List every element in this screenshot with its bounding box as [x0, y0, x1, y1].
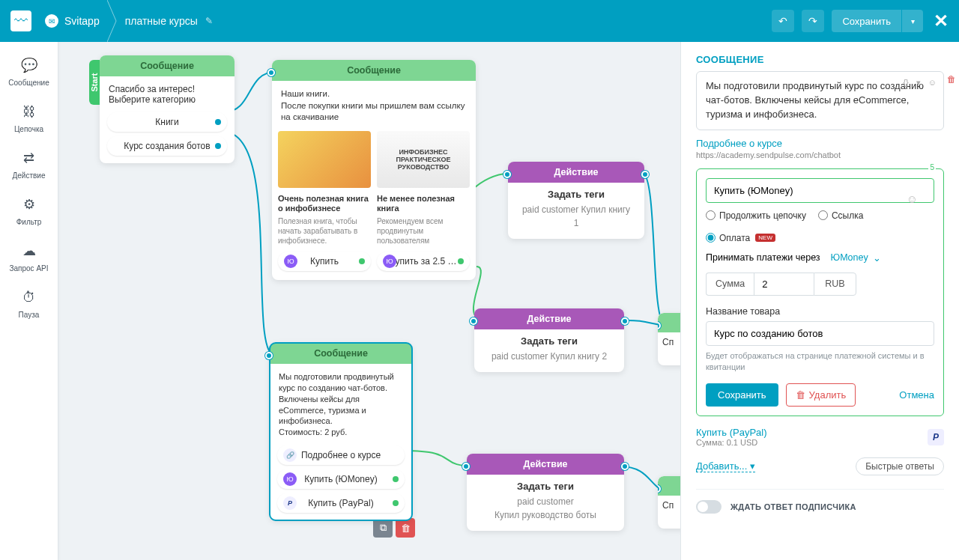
delete-node-button[interactable]: 🗑 [396, 518, 415, 538]
node-action-1[interactable]: Действие Задать теги paid customer Купил… [508, 162, 644, 239]
product-name-input[interactable] [706, 321, 934, 346]
sidebar-tool-0[interactable]: 💬Сообщение [4, 49, 53, 93]
tool-icon: ⚙ [19, 195, 39, 214]
paypal-button-row[interactable]: Купить (PayPal) Сумма: 0.1 USD P [696, 427, 944, 447]
message-textarea[interactable]: Мы подготовили продвинутый курс по созда… [696, 71, 944, 130]
editor-buttons: Сохранить 🗑Удалить Отмена [706, 383, 934, 407]
node-header: Действие [508, 162, 644, 183]
cancel-button[interactable]: Отмена [899, 389, 934, 401]
undo-button[interactable]: ↶ [772, 10, 794, 32]
amount-input[interactable] [754, 273, 814, 296]
wait-reply-label: ЖДАТЬ ОТВЕТ ПОДПИСЧИКА [730, 502, 856, 511]
yoomoney-icon: Ю [383, 255, 396, 268]
node-body: Задать теги paid customer Купил книгу 1 [508, 183, 644, 239]
redo-button[interactable]: ↷ [802, 10, 824, 32]
chip-books[interactable]: Книги [107, 112, 227, 132]
action-tags: paid customer Купил книгу 2 [485, 350, 614, 363]
node-start-message[interactable]: Start Сообщение Спасибо за интерес! Выбе… [100, 55, 235, 163]
card-image: ИНФОБИЗНЕС ПРАКТИЧЕСКОЕ РУКОВОДСТВО [377, 131, 470, 188]
sidebar-tool-2[interactable]: ⇄Действие [4, 142, 53, 186]
copy-node-button[interactable]: ⧉ [373, 518, 393, 538]
input-port[interactable] [267, 69, 275, 76]
save-button[interactable]: Сохранить [832, 10, 901, 32]
add-element-link[interactable]: Добавить... ▾ [696, 460, 755, 472]
input-port[interactable] [503, 171, 511, 178]
emoji-icon[interactable]: ☺ [926, 76, 939, 90]
button-label-input[interactable] [706, 178, 934, 203]
node-buttons: 🔗Подробнее о курсе ЮКупить (ЮMoney) PКуп… [270, 445, 412, 520]
buy-button-2[interactable]: ЮКупить за 2.5 … [377, 252, 470, 271]
node-text: Мы подготовили продвинутый курс по созда… [270, 364, 412, 445]
node-header: Сообщение [270, 343, 412, 364]
save-dropdown[interactable]: ▾ [902, 10, 923, 32]
bot-name[interactable]: ✉ Svitapp [45, 14, 100, 28]
edit-title-icon[interactable]: ✎ [205, 16, 213, 26]
node-course-message[interactable]: Сообщение Мы подготовили продвинутый кур… [270, 343, 412, 520]
tool-label: Сообщение [8, 79, 49, 87]
amount-label: Сумма [706, 273, 754, 296]
top-actions: ↶ ↷ Сохранить ▾ ✕ [772, 10, 949, 32]
wait-reply-toggle[interactable] [696, 500, 721, 514]
button-type-radios: Продолжить цепочку Ссылка ОплатаNEW [706, 210, 934, 243]
card-buttons: ЮКупить ЮКупить за 2.5 … [272, 246, 476, 280]
char-counter: 5 [928, 163, 936, 171]
link-button-title[interactable]: Подробнее о курсе [696, 138, 944, 149]
payment-provider-select[interactable]: ЮMoney⌄ [831, 252, 881, 264]
radio-link[interactable]: Ссылка [818, 210, 863, 221]
emoji-icon[interactable]: ☺ [907, 192, 918, 205]
node-buttons: Книги Курс создания ботов [100, 112, 235, 163]
input-port[interactable] [462, 463, 470, 470]
action-tags: paid customer Купил руководство боты [477, 495, 614, 522]
card-row: Очень полезная книга о инфобизнесе Полез… [272, 131, 476, 246]
quick-replies-button[interactable]: Быстрые ответы [856, 457, 944, 475]
radio-payment[interactable]: ОплатаNEW [706, 233, 775, 243]
close-button[interactable]: ✕ [934, 10, 949, 31]
delete-button[interactable]: 🗑Удалить [786, 383, 856, 407]
input-port[interactable] [470, 317, 477, 325]
chip-course[interactable]: Курс создания ботов [107, 136, 227, 156]
node-action-2[interactable]: Действие Задать теги paid customer Купил… [474, 308, 624, 372]
button-editor: 5 ☺ Продолжить цепочку Ссылка ОплатаNEW … [696, 168, 944, 417]
chip-buy-pp[interactable]: PКупить (PayPal) [277, 493, 405, 513]
save-group: Сохранить ▾ [832, 10, 923, 32]
radio-continue[interactable]: Продолжить цепочку [706, 210, 806, 221]
buy-button-1[interactable]: ЮКупить [278, 252, 371, 271]
message-text: Мы подготовили продвинутый курс по созда… [706, 80, 924, 120]
tool-label: Фильтр [16, 218, 42, 226]
new-badge: NEW [755, 234, 775, 242]
sidebar-tool-3[interactable]: ⚙Фильтр [4, 189, 53, 232]
node-action-3[interactable]: Действие Задать теги paid customer Купил… [467, 454, 624, 531]
paypal-icon: P [928, 429, 944, 445]
breadcrumb-separator [107, 0, 118, 42]
delete-block-icon[interactable]: 🗑 [947, 74, 956, 85]
tool-label: Цепочка [14, 125, 43, 133]
link-icon: 🔗 [283, 448, 297, 462]
insert-var-icon[interactable]: {} [901, 76, 910, 90]
chip-buy-ym[interactable]: ЮКупить (ЮMoney) [277, 469, 405, 489]
action-subtitle: Задать теги [518, 189, 634, 200]
input-port[interactable] [265, 352, 273, 359]
page-title-text: платные курсы [125, 15, 198, 27]
paypal-icon: P [283, 496, 297, 510]
sidebar-tool-4[interactable]: ☁Запрос API [4, 235, 53, 279]
node-text: Наши книги. После покупки книги мы пришл… [272, 81, 476, 131]
app-logo[interactable]: 〰 [10, 10, 31, 31]
node-tools: ⧉ 🗑 [373, 518, 415, 538]
chip-more[interactable]: 🔗Подробнее о курсе [277, 445, 405, 465]
save-button[interactable]: Сохранить [706, 383, 778, 407]
node-books-message[interactable]: Сообщение Наши книги. После покупки книг… [272, 60, 476, 280]
dropdown-icon[interactable]: ▾ [914, 76, 923, 90]
tool-label: Запрос API [9, 264, 48, 273]
node-body: Задать теги paid customer Купил руководс… [467, 475, 624, 531]
page-title: платные курсы ✎ [125, 15, 213, 27]
card-title: Не менее полезная книга [377, 194, 470, 215]
help-text: Будет отображаться на странице платежной… [706, 350, 934, 374]
sidebar-tool-1[interactable]: ⛓Цепочка [4, 96, 53, 139]
output-port[interactable] [621, 317, 629, 325]
link-button-url: https://academy.sendpulse.com/chatbot [696, 150, 944, 159]
payvia-label: Принимать платежи через [706, 252, 820, 263]
card-2: ИНФОБИЗНЕС ПРАКТИЧЕСКОЕ РУКОВОДСТВО Не м… [377, 131, 470, 246]
sidebar-tool-5[interactable]: ⏱Пауза [4, 281, 53, 325]
output-port[interactable] [621, 463, 629, 470]
output-port[interactable] [641, 171, 649, 178]
